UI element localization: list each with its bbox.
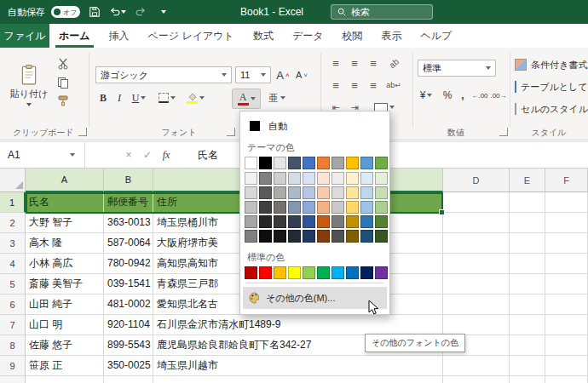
align-top-button[interactable]: ≡ bbox=[327, 54, 344, 71]
color-swatch[interactable] bbox=[375, 201, 388, 214]
color-swatch[interactable] bbox=[375, 266, 388, 279]
color-swatch[interactable] bbox=[346, 201, 359, 214]
color-swatch[interactable] bbox=[303, 266, 315, 279]
color-swatch[interactable] bbox=[288, 172, 301, 185]
cell[interactable] bbox=[443, 315, 510, 335]
phonetic-button[interactable]: 亜 bbox=[264, 89, 290, 107]
color-swatch[interactable] bbox=[317, 186, 330, 199]
cell[interactable] bbox=[545, 213, 588, 233]
color-swatch[interactable] bbox=[375, 157, 388, 169]
cell[interactable]: 高木 隆 bbox=[26, 233, 104, 254]
color-swatch[interactable] bbox=[346, 266, 359, 279]
color-swatch[interactable] bbox=[245, 186, 257, 199]
color-swatch[interactable] bbox=[259, 215, 272, 228]
color-swatch[interactable] bbox=[375, 215, 388, 228]
cell[interactable] bbox=[443, 376, 510, 383]
cell[interactable] bbox=[443, 294, 510, 315]
cell[interactable]: 山田 純子 bbox=[26, 294, 104, 315]
comma-style-button[interactable]: , bbox=[457, 87, 469, 104]
copy-button[interactable] bbox=[55, 75, 72, 90]
fill-handle[interactable] bbox=[439, 209, 445, 215]
select-all-corner[interactable] bbox=[0, 169, 26, 192]
color-swatch[interactable] bbox=[259, 157, 272, 169]
cell[interactable]: 481-0002 bbox=[104, 294, 153, 315]
cell[interactable] bbox=[510, 376, 545, 383]
color-swatch[interactable] bbox=[331, 157, 344, 169]
paste-button[interactable]: 貼り付け bbox=[7, 53, 51, 117]
row-header[interactable] bbox=[0, 376, 26, 383]
color-swatch[interactable] bbox=[317, 157, 330, 169]
color-swatch[interactable] bbox=[360, 157, 373, 169]
row-header[interactable]: 9 bbox=[0, 356, 26, 376]
cell[interactable]: 氏名 bbox=[26, 192, 104, 213]
color-swatch[interactable] bbox=[259, 230, 272, 243]
cell[interactable]: 920-1104 bbox=[104, 315, 153, 335]
save-button[interactable] bbox=[86, 3, 103, 20]
cell[interactable] bbox=[443, 356, 510, 376]
row-header[interactable]: 5 bbox=[0, 274, 26, 294]
borders-button[interactable] bbox=[155, 89, 179, 107]
align-center-button[interactable]: ≡ bbox=[346, 77, 363, 94]
number-format-combo[interactable]: 標準 bbox=[418, 60, 496, 77]
column-header-e[interactable]: E bbox=[510, 169, 545, 192]
color-swatch[interactable] bbox=[346, 186, 359, 199]
orientation-button[interactable]: ab bbox=[382, 51, 406, 75]
color-swatch[interactable] bbox=[317, 230, 330, 243]
cell[interactable] bbox=[545, 335, 588, 356]
cell[interactable] bbox=[443, 274, 510, 294]
undo-button[interactable] bbox=[109, 3, 126, 20]
color-swatch[interactable] bbox=[331, 172, 344, 185]
color-swatch[interactable] bbox=[317, 172, 330, 185]
cell[interactable]: 郵便番号 bbox=[104, 192, 153, 213]
color-swatch[interactable] bbox=[360, 230, 373, 243]
color-swatch[interactable] bbox=[303, 201, 315, 214]
column-header-a[interactable]: A bbox=[26, 169, 104, 192]
tab-view[interactable]: 表示 bbox=[372, 24, 411, 48]
color-swatch[interactable] bbox=[245, 172, 257, 185]
row-header[interactable]: 2 bbox=[0, 213, 26, 233]
formula-content[interactable]: 氏名 bbox=[198, 148, 218, 163]
cell[interactable] bbox=[443, 254, 510, 274]
color-swatch[interactable] bbox=[288, 201, 301, 214]
cell[interactable]: 363-0013 bbox=[104, 213, 153, 233]
cell[interactable] bbox=[443, 233, 510, 254]
color-swatch[interactable] bbox=[274, 186, 286, 199]
font-name-combo[interactable]: 游ゴシック bbox=[95, 66, 232, 83]
decrease-decimal-button[interactable]: .00→ bbox=[489, 87, 508, 104]
cell[interactable] bbox=[510, 233, 545, 254]
cell[interactable] bbox=[545, 356, 588, 376]
color-swatch[interactable] bbox=[346, 157, 359, 169]
fill-color-button[interactable] bbox=[182, 89, 208, 107]
cell[interactable] bbox=[545, 315, 588, 335]
dialog-launcher-icon[interactable] bbox=[78, 128, 87, 136]
increase-decimal-button[interactable]: ←.00 bbox=[470, 87, 489, 104]
color-swatch[interactable] bbox=[375, 186, 388, 199]
color-swatch[interactable] bbox=[259, 172, 272, 185]
color-swatch[interactable] bbox=[317, 215, 330, 228]
cell[interactable] bbox=[510, 213, 545, 233]
tab-insert[interactable]: 挿入 bbox=[100, 24, 139, 48]
color-swatch[interactable] bbox=[360, 172, 373, 185]
row-header[interactable]: 6 bbox=[0, 294, 26, 315]
color-swatch[interactable] bbox=[303, 230, 315, 243]
underline-button[interactable]: U bbox=[128, 89, 150, 107]
column-header-d[interactable]: D bbox=[443, 169, 510, 192]
format-as-table-button[interactable]: テーブルとして書式設定 bbox=[515, 78, 588, 95]
cell[interactable]: 笹原 正 bbox=[26, 356, 104, 376]
cell[interactable] bbox=[26, 376, 104, 383]
color-swatch[interactable] bbox=[259, 186, 272, 199]
row-header[interactable]: 3 bbox=[0, 233, 26, 254]
color-swatch[interactable] bbox=[317, 266, 330, 279]
tab-data[interactable]: データ bbox=[283, 24, 333, 48]
cell[interactable]: 039-1541 bbox=[104, 274, 153, 294]
cell[interactable] bbox=[545, 233, 588, 254]
cell[interactable] bbox=[545, 192, 588, 213]
align-bottom-button[interactable]: ≡ bbox=[365, 54, 382, 71]
cell[interactable] bbox=[510, 294, 545, 315]
cell[interactable] bbox=[545, 294, 588, 315]
color-swatch[interactable] bbox=[303, 157, 315, 169]
color-swatch[interactable] bbox=[331, 266, 344, 279]
tab-page-layout[interactable]: ページ レイアウト bbox=[139, 24, 244, 48]
color-swatch[interactable] bbox=[245, 230, 257, 243]
color-swatch[interactable] bbox=[360, 266, 373, 279]
